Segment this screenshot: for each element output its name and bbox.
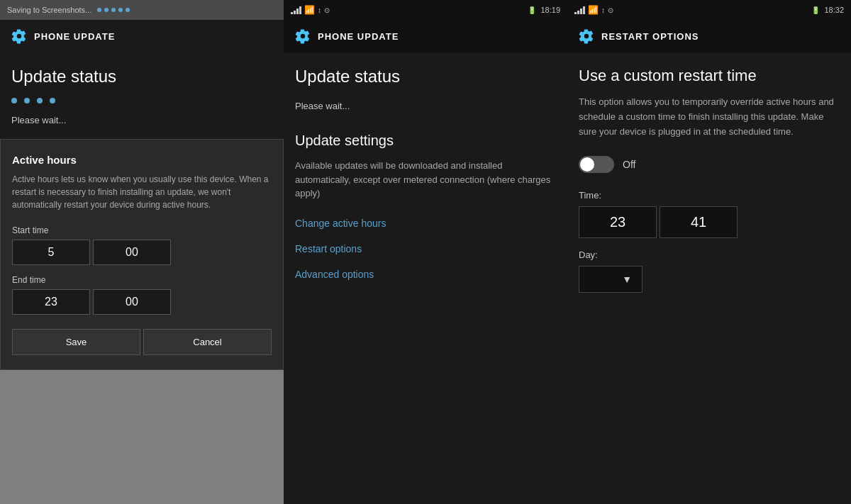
time-3: 18:32 — [824, 6, 844, 14]
time-2: 18:19 — [540, 6, 560, 14]
status-right-2: 🔋 18:19 — [528, 6, 560, 14]
data-icon: ↕ — [318, 6, 321, 14]
phone-header-2: PHONE UPDATE — [284, 20, 567, 52]
phone-header-3: RESTART OPTIONS — [567, 20, 851, 52]
please-wait-1: Please wait... — [11, 115, 272, 125]
active-hours-dialog: Active hours Active hours lets us know w… — [0, 139, 284, 370]
restart-options-link[interactable]: Restart options — [295, 243, 556, 254]
restart-description: This option allows you to temporarily ov… — [579, 95, 840, 139]
dialog-description: Active hours lets us know when you usual… — [12, 173, 272, 211]
time-section-label: Time: — [579, 190, 840, 201]
dot1 — [97, 8, 101, 12]
status-bar-2: 📶 ↕ ⊙ 🔋 18:19 — [284, 0, 567, 20]
bar1-3 — [574, 12, 577, 14]
header-title-2: PHONE UPDATE — [318, 31, 399, 42]
bar4-3 — [583, 6, 585, 14]
dialog-buttons: Save Cancel — [12, 329, 272, 355]
update-content-1: Update status Please wait... — [0, 52, 284, 140]
status-bar-1: Saving to Screenshots... — [0, 0, 284, 20]
bar1 — [291, 12, 293, 14]
end-time-inputs — [12, 289, 272, 315]
wifi-icon: 📶 — [304, 5, 315, 15]
saving-text: Saving to Screenshots... — [7, 6, 91, 14]
day-section-label: Day: — [579, 250, 840, 260]
panel1-top-area: PHONE UPDATE Update status Please wait..… — [0, 20, 284, 140]
bar4 — [299, 6, 301, 14]
restart-content: Use a custom restart time This option al… — [567, 52, 851, 504]
start-hour-input[interactable] — [12, 240, 90, 265]
panel-1: Saving to Screenshots... PHONE UPDATE Up… — [0, 0, 284, 504]
gear-icon-3 — [579, 28, 594, 44]
dot3 — [111, 8, 116, 12]
wifi-icon-3: 📶 — [588, 5, 599, 15]
restart-min-box[interactable]: 41 — [660, 206, 738, 238]
data-icon-3: ↕ — [601, 6, 605, 14]
status-left-2: 📶 ↕ ⊙ — [291, 5, 330, 15]
bar3 — [296, 9, 299, 14]
end-time-label: End time — [12, 275, 272, 285]
custom-restart-toggle[interactable] — [579, 156, 614, 173]
panel-2: 📶 ↕ ⊙ 🔋 18:19 PHONE UPDATE Update status… — [284, 0, 567, 504]
end-min-input[interactable] — [93, 289, 171, 315]
progress-dot-1 — [11, 98, 17, 103]
signal-icon — [291, 6, 301, 14]
dot2 — [104, 8, 109, 12]
status-right-3: 🔋 18:32 — [811, 6, 844, 14]
bar2 — [294, 11, 296, 14]
chevron-down-icon: ▼ — [622, 274, 632, 285]
toggle-row: Off — [579, 156, 840, 173]
end-hour-input[interactable] — [12, 289, 90, 315]
dot4 — [118, 8, 123, 12]
toggle-knob — [580, 157, 594, 172]
panel-3: 📶 ↕ ⊙ 🔋 18:32 RESTART OPTIONS Use a cust… — [567, 0, 851, 504]
please-wait-2: Please wait... — [295, 101, 556, 111]
start-time-inputs — [12, 240, 272, 265]
progress-dot-2 — [24, 98, 30, 103]
gear-icon — [11, 28, 27, 44]
header-title-3: RESTART OPTIONS — [601, 31, 699, 42]
bar3-3 — [580, 9, 582, 14]
battery-icon-3: 🔋 — [811, 6, 820, 14]
update-settings-title: Update settings — [295, 133, 556, 149]
start-time-label: Start time — [12, 225, 272, 235]
update-content-2: Update status Please wait... Update sett… — [284, 52, 567, 504]
save-button[interactable]: Save — [12, 329, 140, 355]
update-settings-desc: Available updates will be downloaded and… — [295, 159, 556, 201]
bar2-3 — [577, 11, 579, 14]
nfc-icon-3: ⊙ — [608, 6, 613, 14]
advanced-options-link[interactable]: Advanced options — [295, 269, 556, 280]
day-dropdown[interactable]: ▼ — [579, 266, 643, 293]
status-bar-3: 📶 ↕ ⊙ 🔋 18:32 — [567, 0, 851, 20]
status-left-3: 📶 ↕ ⊙ — [574, 5, 613, 15]
progress-dots-1 — [11, 98, 272, 103]
progress-dot-3 — [37, 98, 43, 103]
time-boxes: 23 41 — [579, 206, 840, 238]
update-status-title-1: Update status — [11, 67, 272, 86]
restart-title: Use a custom restart time — [579, 67, 840, 85]
start-min-input[interactable] — [93, 240, 171, 265]
nfc-icon: ⊙ — [324, 6, 330, 14]
battery-icon-2: 🔋 — [528, 6, 536, 14]
dot5 — [126, 8, 130, 12]
loading-dots — [97, 8, 130, 12]
change-active-hours-link[interactable]: Change active hours — [295, 218, 556, 229]
toggle-off-label: Off — [623, 159, 635, 170]
restart-hour-box[interactable]: 23 — [579, 206, 657, 238]
phone-header-1: PHONE UPDATE — [0, 20, 284, 52]
gear-icon-2 — [295, 28, 311, 44]
update-status-title-2: Update status — [295, 67, 556, 86]
cancel-button[interactable]: Cancel — [143, 329, 272, 355]
dialog-title: Active hours — [12, 154, 272, 166]
progress-dot-4 — [50, 98, 55, 103]
signal-icon-3 — [574, 6, 585, 14]
header-title-1: PHONE UPDATE — [34, 31, 115, 42]
